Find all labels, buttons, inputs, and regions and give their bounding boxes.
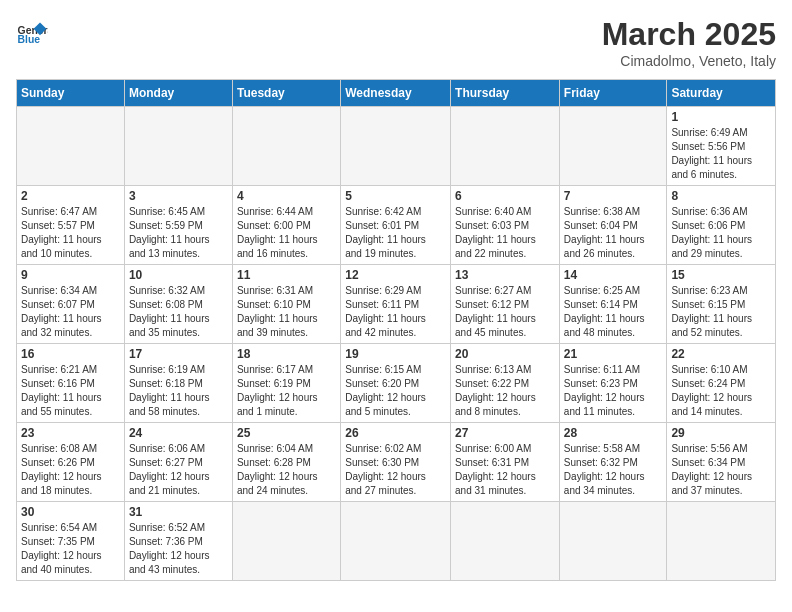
week-row-1: 1Sunrise: 6:49 AM Sunset: 5:56 PM Daylig… bbox=[17, 107, 776, 186]
day-cell: 11Sunrise: 6:31 AM Sunset: 6:10 PM Dayli… bbox=[232, 265, 340, 344]
weekday-header-row: SundayMondayTuesdayWednesdayThursdayFrid… bbox=[17, 80, 776, 107]
day-number: 8 bbox=[671, 189, 771, 203]
day-number: 24 bbox=[129, 426, 228, 440]
day-number: 1 bbox=[671, 110, 771, 124]
day-number: 27 bbox=[455, 426, 555, 440]
day-info: Sunrise: 6:34 AM Sunset: 6:07 PM Dayligh… bbox=[21, 284, 120, 340]
day-cell bbox=[559, 107, 667, 186]
day-cell bbox=[232, 107, 340, 186]
day-info: Sunrise: 6:25 AM Sunset: 6:14 PM Dayligh… bbox=[564, 284, 663, 340]
day-number: 20 bbox=[455, 347, 555, 361]
day-number: 7 bbox=[564, 189, 663, 203]
day-number: 11 bbox=[237, 268, 336, 282]
day-number: 25 bbox=[237, 426, 336, 440]
day-info: Sunrise: 6:11 AM Sunset: 6:23 PM Dayligh… bbox=[564, 363, 663, 419]
day-info: Sunrise: 6:27 AM Sunset: 6:12 PM Dayligh… bbox=[455, 284, 555, 340]
day-cell: 4Sunrise: 6:44 AM Sunset: 6:00 PM Daylig… bbox=[232, 186, 340, 265]
logo: General Blue bbox=[16, 16, 48, 48]
day-info: Sunrise: 6:31 AM Sunset: 6:10 PM Dayligh… bbox=[237, 284, 336, 340]
day-number: 12 bbox=[345, 268, 446, 282]
day-cell: 25Sunrise: 6:04 AM Sunset: 6:28 PM Dayli… bbox=[232, 423, 340, 502]
day-info: Sunrise: 6:19 AM Sunset: 6:18 PM Dayligh… bbox=[129, 363, 228, 419]
day-number: 26 bbox=[345, 426, 446, 440]
day-cell: 22Sunrise: 6:10 AM Sunset: 6:24 PM Dayli… bbox=[667, 344, 776, 423]
day-info: Sunrise: 6:04 AM Sunset: 6:28 PM Dayligh… bbox=[237, 442, 336, 498]
day-number: 31 bbox=[129, 505, 228, 519]
day-number: 10 bbox=[129, 268, 228, 282]
weekday-header-friday: Friday bbox=[559, 80, 667, 107]
weekday-header-sunday: Sunday bbox=[17, 80, 125, 107]
day-cell: 2Sunrise: 6:47 AM Sunset: 5:57 PM Daylig… bbox=[17, 186, 125, 265]
day-info: Sunrise: 6:32 AM Sunset: 6:08 PM Dayligh… bbox=[129, 284, 228, 340]
day-cell bbox=[451, 502, 560, 581]
svg-text:Blue: Blue bbox=[18, 34, 41, 45]
day-cell: 3Sunrise: 6:45 AM Sunset: 5:59 PM Daylig… bbox=[124, 186, 232, 265]
day-cell: 16Sunrise: 6:21 AM Sunset: 6:16 PM Dayli… bbox=[17, 344, 125, 423]
day-info: Sunrise: 6:47 AM Sunset: 5:57 PM Dayligh… bbox=[21, 205, 120, 261]
page-header: General Blue March 2025 Cimadolmo, Venet… bbox=[16, 16, 776, 69]
day-number: 3 bbox=[129, 189, 228, 203]
weekday-header-wednesday: Wednesday bbox=[341, 80, 451, 107]
day-number: 28 bbox=[564, 426, 663, 440]
day-info: Sunrise: 6:10 AM Sunset: 6:24 PM Dayligh… bbox=[671, 363, 771, 419]
day-cell: 7Sunrise: 6:38 AM Sunset: 6:04 PM Daylig… bbox=[559, 186, 667, 265]
week-row-3: 9Sunrise: 6:34 AM Sunset: 6:07 PM Daylig… bbox=[17, 265, 776, 344]
day-cell: 27Sunrise: 6:00 AM Sunset: 6:31 PM Dayli… bbox=[451, 423, 560, 502]
month-title: March 2025 bbox=[602, 16, 776, 53]
day-number: 16 bbox=[21, 347, 120, 361]
day-info: Sunrise: 6:52 AM Sunset: 7:36 PM Dayligh… bbox=[129, 521, 228, 577]
day-info: Sunrise: 6:00 AM Sunset: 6:31 PM Dayligh… bbox=[455, 442, 555, 498]
day-cell: 5Sunrise: 6:42 AM Sunset: 6:01 PM Daylig… bbox=[341, 186, 451, 265]
week-row-4: 16Sunrise: 6:21 AM Sunset: 6:16 PM Dayli… bbox=[17, 344, 776, 423]
day-number: 17 bbox=[129, 347, 228, 361]
day-number: 23 bbox=[21, 426, 120, 440]
day-cell: 17Sunrise: 6:19 AM Sunset: 6:18 PM Dayli… bbox=[124, 344, 232, 423]
day-cell: 23Sunrise: 6:08 AM Sunset: 6:26 PM Dayli… bbox=[17, 423, 125, 502]
day-info: Sunrise: 6:21 AM Sunset: 6:16 PM Dayligh… bbox=[21, 363, 120, 419]
day-info: Sunrise: 6:08 AM Sunset: 6:26 PM Dayligh… bbox=[21, 442, 120, 498]
day-number: 13 bbox=[455, 268, 555, 282]
day-info: Sunrise: 6:54 AM Sunset: 7:35 PM Dayligh… bbox=[21, 521, 120, 577]
title-block: March 2025 Cimadolmo, Veneto, Italy bbox=[602, 16, 776, 69]
day-number: 15 bbox=[671, 268, 771, 282]
day-cell: 9Sunrise: 6:34 AM Sunset: 6:07 PM Daylig… bbox=[17, 265, 125, 344]
day-cell: 1Sunrise: 6:49 AM Sunset: 5:56 PM Daylig… bbox=[667, 107, 776, 186]
day-number: 18 bbox=[237, 347, 336, 361]
weekday-header-monday: Monday bbox=[124, 80, 232, 107]
day-cell bbox=[17, 107, 125, 186]
day-cell bbox=[667, 502, 776, 581]
day-number: 21 bbox=[564, 347, 663, 361]
day-cell: 12Sunrise: 6:29 AM Sunset: 6:11 PM Dayli… bbox=[341, 265, 451, 344]
day-cell bbox=[124, 107, 232, 186]
day-info: Sunrise: 6:17 AM Sunset: 6:19 PM Dayligh… bbox=[237, 363, 336, 419]
day-cell: 24Sunrise: 6:06 AM Sunset: 6:27 PM Dayli… bbox=[124, 423, 232, 502]
day-cell bbox=[559, 502, 667, 581]
day-cell: 26Sunrise: 6:02 AM Sunset: 6:30 PM Dayli… bbox=[341, 423, 451, 502]
day-info: Sunrise: 5:56 AM Sunset: 6:34 PM Dayligh… bbox=[671, 442, 771, 498]
day-cell: 19Sunrise: 6:15 AM Sunset: 6:20 PM Dayli… bbox=[341, 344, 451, 423]
week-row-2: 2Sunrise: 6:47 AM Sunset: 5:57 PM Daylig… bbox=[17, 186, 776, 265]
day-number: 30 bbox=[21, 505, 120, 519]
day-number: 6 bbox=[455, 189, 555, 203]
day-info: Sunrise: 6:02 AM Sunset: 6:30 PM Dayligh… bbox=[345, 442, 446, 498]
calendar-table: SundayMondayTuesdayWednesdayThursdayFrid… bbox=[16, 79, 776, 581]
day-cell: 10Sunrise: 6:32 AM Sunset: 6:08 PM Dayli… bbox=[124, 265, 232, 344]
logo-icon: General Blue bbox=[16, 16, 48, 48]
weekday-header-thursday: Thursday bbox=[451, 80, 560, 107]
day-number: 14 bbox=[564, 268, 663, 282]
weekday-header-saturday: Saturday bbox=[667, 80, 776, 107]
day-cell: 13Sunrise: 6:27 AM Sunset: 6:12 PM Dayli… bbox=[451, 265, 560, 344]
day-number: 2 bbox=[21, 189, 120, 203]
week-row-6: 30Sunrise: 6:54 AM Sunset: 7:35 PM Dayli… bbox=[17, 502, 776, 581]
day-info: Sunrise: 6:06 AM Sunset: 6:27 PM Dayligh… bbox=[129, 442, 228, 498]
day-info: Sunrise: 6:36 AM Sunset: 6:06 PM Dayligh… bbox=[671, 205, 771, 261]
day-number: 9 bbox=[21, 268, 120, 282]
day-info: Sunrise: 6:44 AM Sunset: 6:00 PM Dayligh… bbox=[237, 205, 336, 261]
day-number: 29 bbox=[671, 426, 771, 440]
day-number: 5 bbox=[345, 189, 446, 203]
day-number: 19 bbox=[345, 347, 446, 361]
day-cell bbox=[451, 107, 560, 186]
day-cell: 29Sunrise: 5:56 AM Sunset: 6:34 PM Dayli… bbox=[667, 423, 776, 502]
day-cell: 8Sunrise: 6:36 AM Sunset: 6:06 PM Daylig… bbox=[667, 186, 776, 265]
day-info: Sunrise: 6:49 AM Sunset: 5:56 PM Dayligh… bbox=[671, 126, 771, 182]
